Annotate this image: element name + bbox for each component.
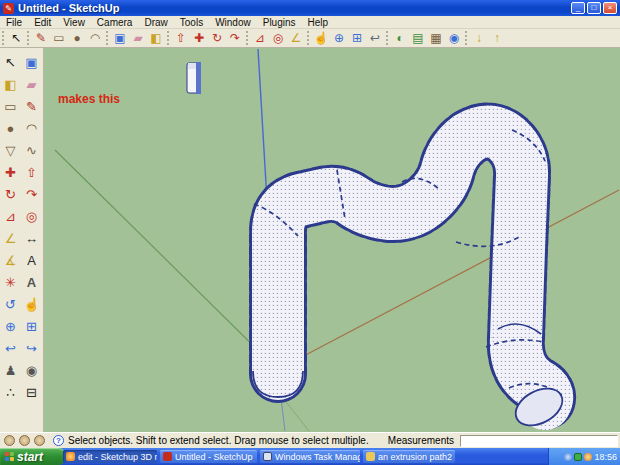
previous-view-tool-icon[interactable]: ↩ [366, 30, 384, 47]
geolocation-badge-icon[interactable] [4, 435, 15, 446]
tape-measure-tool-icon[interactable]: ∠ [287, 30, 305, 47]
toolbar-grip[interactable] [167, 31, 170, 45]
toolbar-grip[interactable] [27, 31, 30, 45]
circle-tool-icon[interactable]: ● [68, 30, 86, 47]
main-toolbar: ↖ ✎ ▭ ● ◠ ▣ ▰ ◧ ⇧ ✚ ↻ ↷ ⊿ ◎ ∠ ☝ ⊕ ⊞ ↩ ◐ … [0, 29, 620, 48]
menu-edit[interactable]: Edit [28, 16, 57, 29]
polygon-tool-icon[interactable]: ▽ [1, 140, 21, 162]
axes-tool-icon[interactable]: ✳ [1, 272, 21, 294]
menu-window[interactable]: Window [209, 16, 257, 29]
offset-tool-icon[interactable]: ◎ [269, 30, 287, 47]
arc-tool-icon[interactable]: ◠ [86, 30, 104, 47]
line-tool-icon[interactable]: ✎ [32, 30, 50, 47]
follow-me-tool-icon[interactable]: ↷ [226, 30, 244, 47]
restore-button[interactable]: □ [587, 2, 601, 14]
taskbar-clock[interactable]: 18:56 [594, 452, 617, 462]
move-tool-icon[interactable]: ✚ [1, 162, 21, 184]
drawing-canvas[interactable]: ↖ ▣ ◧ ▰ ▭ ✎ ● ◠ ▽ ∿ ✚ ⇧ ↻ ↷ ⊿ ◎ ∠ ↔ ∡ A … [0, 48, 620, 432]
next-view-tool-icon[interactable]: ↪ [22, 338, 42, 360]
zoom-tool-icon[interactable]: ⊕ [330, 30, 348, 47]
protractor-tool-icon[interactable]: ∡ [1, 250, 21, 272]
dimension-tool-icon[interactable]: ↔ [22, 228, 42, 250]
volume-icon[interactable] [564, 453, 572, 461]
rotate-tool-icon[interactable]: ↻ [208, 30, 226, 47]
text-tool-icon[interactable]: A [22, 250, 42, 272]
orbit-tool-icon[interactable]: ↺ [1, 294, 21, 316]
toolbar-grip[interactable] [246, 31, 249, 45]
title-bar[interactable]: ✎ Untitled - SketchUp _ □ × [0, 0, 620, 16]
menu-tools[interactable]: Tools [174, 16, 209, 29]
eraser-tool-icon[interactable]: ▰ [129, 30, 147, 47]
toolbar-grip[interactable] [2, 31, 5, 45]
google-earth-tool-icon[interactable]: ◉ [445, 30, 463, 47]
paint-bucket-tool-icon[interactable]: ◧ [1, 74, 21, 96]
zoom-tool-icon[interactable]: ⊕ [1, 316, 21, 338]
green-axis [55, 150, 277, 369]
rectangle-tool-icon[interactable]: ▭ [50, 30, 68, 47]
scale-tool-icon[interactable]: ⊿ [1, 206, 21, 228]
menu-camera[interactable]: Camera [91, 16, 139, 29]
3d-text-tool-icon[interactable]: A [22, 272, 42, 294]
taskbar-button-sketchup[interactable]: Untitled - SketchUp [160, 450, 257, 463]
toolbar-grip[interactable] [106, 31, 109, 45]
toggle-terrain-tool-icon[interactable]: ▤ [409, 30, 427, 47]
select-tool-icon[interactable]: ↖ [1, 52, 21, 74]
section-plane-tool-icon[interactable]: ⊟ [22, 382, 42, 404]
rectangle-tool-icon[interactable]: ▭ [1, 96, 21, 118]
zoom-extents-tool-icon[interactable]: ⊞ [348, 30, 366, 47]
make-component-tool-icon[interactable]: ▣ [22, 52, 42, 74]
menu-file[interactable]: File [0, 16, 28, 29]
scale-tool-icon[interactable]: ⊿ [251, 30, 269, 47]
photo-textures-tool-icon[interactable]: ▦ [427, 30, 445, 47]
walk-tool-icon[interactable]: ∴ [1, 382, 21, 404]
pan-tool-icon[interactable]: ☝ [22, 294, 42, 316]
tape-measure-tool-icon[interactable]: ∠ [1, 228, 21, 250]
menu-draw[interactable]: Draw [138, 16, 173, 29]
toolbar-grip[interactable] [386, 31, 389, 45]
freehand-tool-icon[interactable]: ∿ [22, 140, 42, 162]
circle-tool-icon[interactable]: ● [1, 118, 21, 140]
toolbar-grip[interactable] [307, 31, 310, 45]
line-tool-icon[interactable]: ✎ [22, 96, 42, 118]
paint-bucket-tool-icon[interactable]: ◧ [147, 30, 165, 47]
get-models-tool-icon[interactable]: ↓ [470, 30, 488, 47]
move-tool-icon[interactable]: ✚ [190, 30, 208, 47]
tube-surface[interactable] [278, 131, 547, 404]
look-around-tool-icon[interactable]: ◉ [22, 360, 42, 382]
menu-help[interactable]: Help [302, 16, 335, 29]
position-camera-tool-icon[interactable]: ♟ [1, 360, 21, 382]
zoom-extents-tool-icon[interactable]: ⊞ [22, 316, 42, 338]
follow-me-tool-icon[interactable]: ↷ [22, 184, 42, 206]
get-current-view-tool-icon[interactable]: ◐ [391, 30, 409, 47]
rotate-tool-icon[interactable]: ↻ [1, 184, 21, 206]
close-button[interactable]: × [603, 2, 617, 14]
taskbar-button-extrusion-doc[interactable]: an extrusion path2 - ... [363, 450, 455, 463]
taskbar-button-task-manager[interactable]: Windows Task Manager [260, 450, 360, 463]
eraser-tool-icon[interactable]: ▰ [22, 74, 42, 96]
taskbar-button-label: Windows Task Manager [275, 452, 360, 462]
help-icon[interactable]: ? [53, 435, 64, 446]
offset-tool-icon[interactable]: ◎ [22, 206, 42, 228]
start-button[interactable]: start [0, 448, 66, 465]
cpu-meter-icon[interactable] [574, 453, 582, 461]
push-pull-tool-icon[interactable]: ⇧ [22, 162, 42, 184]
toolbar-grip[interactable] [465, 31, 468, 45]
extrusion-profile-shape[interactable] [187, 62, 201, 94]
tray-app-icon[interactable] [584, 453, 592, 461]
previous-view-tool-icon[interactable]: ↩ [1, 338, 21, 360]
push-pull-tool-icon[interactable]: ⇧ [172, 30, 190, 47]
menu-plugins[interactable]: Plugins [257, 16, 302, 29]
taskbar-button-label: an extrusion path2 - ... [378, 452, 455, 462]
pan-tool-icon[interactable]: ☝ [312, 30, 330, 47]
arc-tool-icon[interactable]: ◠ [22, 118, 42, 140]
credits-badge-icon[interactable] [19, 435, 30, 446]
menu-view[interactable]: View [57, 16, 91, 29]
share-models-tool-icon[interactable]: ↑ [488, 30, 506, 47]
minimize-button[interactable]: _ [571, 2, 585, 14]
select-tool-icon[interactable]: ↖ [7, 30, 25, 47]
taskbar-button-browser[interactable]: edit - Sketchup 3D m... [63, 450, 157, 463]
extruded-tube-model[interactable] [253, 130, 569, 432]
claim-credit-badge-icon[interactable] [34, 435, 45, 446]
measurements-input[interactable] [460, 435, 618, 447]
make-component-tool-icon[interactable]: ▣ [111, 30, 129, 47]
